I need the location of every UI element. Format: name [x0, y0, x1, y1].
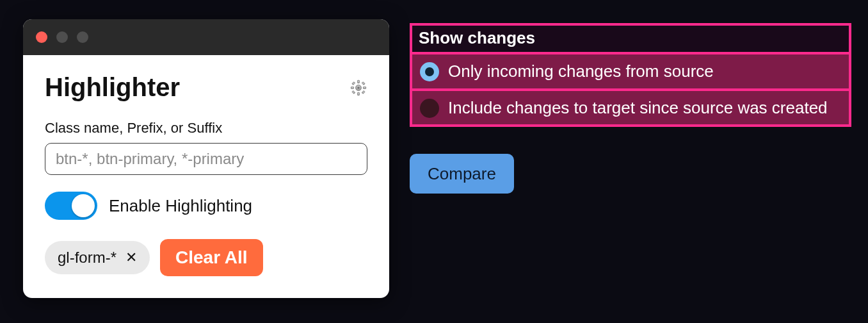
chip-row: gl-form-* ✕ Clear All [45, 239, 367, 276]
window-titlebar [23, 19, 389, 55]
svg-rect-3 [351, 87, 353, 88]
clear-all-button[interactable]: Clear All [160, 239, 263, 276]
svg-rect-1 [357, 80, 359, 83]
toggle-knob-icon [72, 194, 95, 217]
svg-rect-7 [352, 90, 355, 94]
filter-chip[interactable]: gl-form-* ✕ [45, 241, 150, 274]
highlighter-window: Highlighter [23, 19, 389, 298]
radio-dot-icon [425, 67, 434, 76]
highlighter-panel: Highlighter [23, 55, 389, 298]
svg-rect-2 [357, 92, 359, 95]
radio-icon [420, 99, 439, 118]
svg-rect-4 [363, 87, 366, 88]
svg-point-9 [357, 87, 359, 88]
show-changes-title: Show changes [412, 26, 849, 54]
show-changes-group: Show changes Only incoming changes from … [410, 23, 851, 127]
radio-option-incoming[interactable]: Only incoming changes from source [412, 54, 849, 88]
panel-heading-row: Highlighter [45, 73, 367, 102]
svg-rect-5 [352, 81, 355, 85]
zoom-icon[interactable] [77, 31, 88, 43]
svg-rect-6 [362, 81, 365, 85]
enable-highlighting-toggle[interactable] [45, 192, 97, 220]
toggle-row: Enable Highlighting [45, 192, 367, 220]
right-area: Show changes Only incoming changes from … [410, 23, 851, 194]
input-label: Class name, Prefix, or Suffix [45, 120, 367, 137]
toggle-label: Enable Highlighting [109, 196, 252, 216]
radio-label: Only incoming changes from source [448, 61, 714, 82]
compare-button[interactable]: Compare [410, 154, 514, 194]
close-icon[interactable]: ✕ [125, 251, 137, 265]
settings-button[interactable] [350, 79, 367, 97]
minimize-icon[interactable] [56, 31, 68, 43]
gear-icon [350, 79, 367, 96]
page-title: Highlighter [45, 73, 180, 102]
class-pattern-input[interactable] [45, 143, 367, 175]
chip-label: gl-form-* [58, 249, 117, 267]
radio-icon [420, 62, 439, 81]
radio-option-include-target[interactable]: Include changes to target since source w… [412, 88, 849, 125]
radio-label: Include changes to target since source w… [448, 97, 828, 119]
svg-rect-8 [362, 90, 365, 94]
close-icon[interactable] [36, 31, 47, 43]
